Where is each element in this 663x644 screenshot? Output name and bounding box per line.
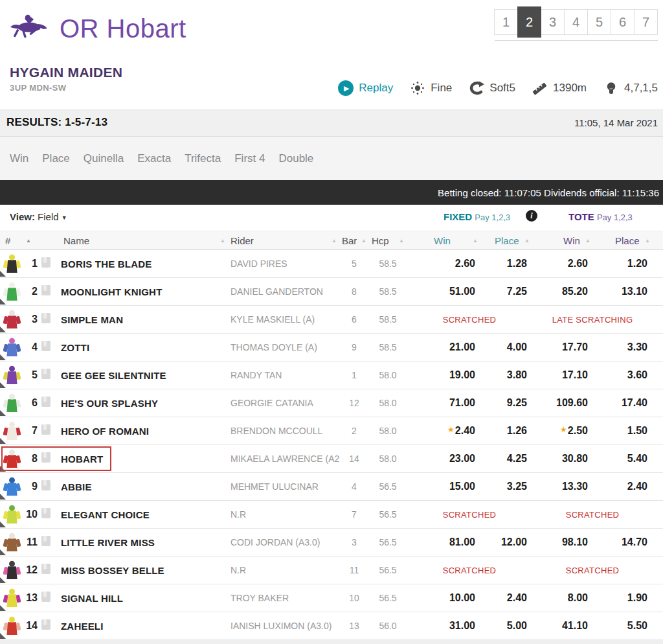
race-tab-6[interactable]: 6 <box>611 9 635 35</box>
table-row-5[interactable]: 5 GEE GEE SILENTNITE RANDY TAN 1 58.0 19… <box>0 362 663 389</box>
table-row-1[interactable]: 1 BORIS THE BLADE DAVID PIRES 5 58.5 2.6… <box>0 250 663 278</box>
betting-status-text: Betting closed: 11:07:05 Dividends offic… <box>438 187 659 198</box>
info-icon[interactable]: i <box>526 210 537 222</box>
horse-name: LITTLE RIVER MISS <box>61 537 228 548</box>
runner-number: 7 <box>23 425 41 437</box>
blackbook-icon[interactable] <box>41 619 51 630</box>
blackbook-icon[interactable] <box>41 257 51 268</box>
header-place-tote[interactable]: Place▲ <box>593 235 653 246</box>
runner-number: 2 <box>23 286 41 297</box>
page-title: OR Hobart <box>60 14 186 43</box>
blackbook-icon[interactable] <box>41 536 51 546</box>
race-tab-1[interactable]: 1 <box>494 9 518 35</box>
table-row-10[interactable]: 10 ELEGANT CHOICE N.R 7 56.5 SCRATCHED S… <box>0 501 663 529</box>
blackbook-icon[interactable] <box>41 508 51 518</box>
race-results-page: OR Hobart 1 2 3 4 5 6 7 HYGAIN MAIDEN 3U… <box>0 0 663 644</box>
table-row-4[interactable]: 4 ZOTTI THOMAS DOYLE (A) 9 58.5 21.00 4.… <box>0 334 663 362</box>
header-name[interactable]: Name▲ <box>61 235 228 246</box>
blackbook-icon[interactable] <box>41 397 51 407</box>
tab-trifecta[interactable]: Trifecta <box>185 152 221 165</box>
replay-button[interactable]: ▶ Replay <box>338 80 393 96</box>
handicap: 58.5 <box>369 259 407 269</box>
runner-number: 10 <box>23 509 41 520</box>
barrier: 4 <box>339 481 369 492</box>
fixed-pay-label: Pay 1,2,3 <box>475 213 510 222</box>
sort-asc-icon: ▲ <box>399 238 404 244</box>
table-header: # ▲ Name▲ Rider▲ Bar▲ Hcp▲ Win▲ Place▲ W… <box>0 231 663 250</box>
table-row-2[interactable]: 2 MOONLIGHT KNIGHT DANIEL GANDERTON 8 58… <box>0 278 663 306</box>
race-tab-7[interactable]: 7 <box>634 9 658 35</box>
tab-quinella[interactable]: Quinella <box>84 152 124 165</box>
win-fixed-odds: 51.00 <box>407 286 480 297</box>
rider-name: BRENDON MCCOULL <box>228 426 339 436</box>
race-info-block: HYGAIN MAIDEN 3UP MDN-SW ▶ Replay Fine <box>0 62 663 109</box>
table-row-9[interactable]: 9 ABBIE MEHMET ULUCINAR 4 56.5 15.00 3.2… <box>0 473 663 501</box>
tab-place[interactable]: Place <box>42 152 70 165</box>
rider-name: N.R <box>228 565 339 575</box>
table-row-12[interactable]: 12 MISS BOSSEY BELLE N.R 11 56.5 SCRATCH… <box>0 557 663 584</box>
horse-name: ZOTTI <box>61 342 228 353</box>
place-tote-odds: 3.30 <box>593 341 653 353</box>
race-tab-2-selected[interactable]: 2 <box>517 6 541 38</box>
handicap: 56.5 <box>369 593 407 603</box>
blackbook-icon[interactable] <box>41 480 51 490</box>
place-tote-odds: 2.40 <box>593 481 653 492</box>
blackbook-icon[interactable] <box>41 424 51 435</box>
racing-horse-logo-icon <box>8 10 52 41</box>
win-fixed-odds: 31.00 <box>407 620 480 632</box>
tips-item: 4,7,1,5 <box>603 80 658 96</box>
horse-name: MOONLIGHT KNIGHT <box>61 286 228 297</box>
place-tote-odds: 1.50 <box>593 425 653 437</box>
blackbook-icon[interactable] <box>41 341 51 351</box>
tab-double[interactable]: Double <box>278 152 313 165</box>
place-fixed-odds: 9.25 <box>480 397 532 409</box>
place-fixed-odds: 4.25 <box>480 453 532 465</box>
scratched-tote-label: LATE SCRATCHING <box>532 315 653 325</box>
win-fixed-odds: ★2.40 <box>407 425 480 437</box>
table-row-3[interactable]: 3 SIMPLE MAN KYLE MASKIELL (A) 6 58.5 SC… <box>0 306 663 334</box>
handicap: 58.0 <box>369 454 407 464</box>
race-tab-4[interactable]: 4 <box>564 9 588 35</box>
sort-asc-icon: ▲ <box>645 238 650 244</box>
table-row-13[interactable]: 13 SIGNAL HILL TROY BAKER 10 56.5 10.00 … <box>0 584 663 612</box>
handicap: 58.5 <box>369 342 407 352</box>
tab-exacta[interactable]: Exacta <box>137 152 171 165</box>
tab-win[interactable]: Win <box>10 152 28 165</box>
place-tote-odds: 1.20 <box>593 258 653 270</box>
header-number[interactable]: # <box>0 235 23 246</box>
row-corner-marker <box>0 494 6 500</box>
place-tote-odds: 1.90 <box>593 592 653 604</box>
sort-number[interactable]: ▲ <box>23 238 41 244</box>
row-corner-marker <box>0 299 6 305</box>
blackbook-icon[interactable] <box>41 592 51 602</box>
header-win-tote[interactable]: Win▲ <box>532 235 593 246</box>
runner-number: 5 <box>23 369 41 381</box>
header-place-fixed[interactable]: Place▲ <box>480 235 532 246</box>
header-rider[interactable]: Rider▲ <box>228 235 339 246</box>
table-row-11[interactable]: 11 LITTLE RIVER MISS CODI JORDAN (A3.0) … <box>0 529 663 557</box>
row-corner-marker <box>0 327 6 332</box>
handicap: 58.5 <box>369 314 407 325</box>
table-row-8-highlighted[interactable]: 8 HOBART MIKAELA LAWRENCE (A2.0) 14 58.0… <box>0 445 663 473</box>
table-row-14[interactable]: 14 ZAHEELI IANISH LUXIMON (A3.0) 13 56.0… <box>0 612 663 640</box>
tote-odds-header: TOTE Pay 1,2,3 <box>568 211 633 222</box>
blackbook-icon[interactable] <box>41 564 51 574</box>
handicap: 58.5 <box>369 286 407 297</box>
place-tote-odds: 14.70 <box>593 536 653 548</box>
barrier: 2 <box>339 426 369 436</box>
race-tab-5[interactable]: 5 <box>587 9 611 35</box>
rider-name: MEHMET ULUCINAR <box>228 481 339 492</box>
race-tab-3[interactable]: 3 <box>541 9 565 35</box>
header-bar[interactable]: Bar▲ <box>339 235 369 246</box>
blackbook-icon[interactable] <box>41 369 51 379</box>
race-meta: ▶ Replay Fine Soft5 <box>338 80 658 96</box>
header-win-fixed[interactable]: Win▲ <box>407 235 480 246</box>
blackbook-icon[interactable] <box>41 313 51 323</box>
header-hcp[interactable]: Hcp▲ <box>369 235 407 246</box>
page-footer-strip <box>0 640 663 644</box>
blackbook-icon[interactable] <box>41 285 51 295</box>
tab-first4[interactable]: First 4 <box>234 152 265 165</box>
view-dropdown[interactable]: View: Field ▼ <box>10 211 67 222</box>
table-row-7[interactable]: 7 HERO OF ROMANI BRENDON MCCOULL 2 58.0 … <box>0 417 663 445</box>
table-row-6[interactable]: 6 HE'S OUR SPLASHY GEORGIE CATANIA 12 58… <box>0 389 663 417</box>
